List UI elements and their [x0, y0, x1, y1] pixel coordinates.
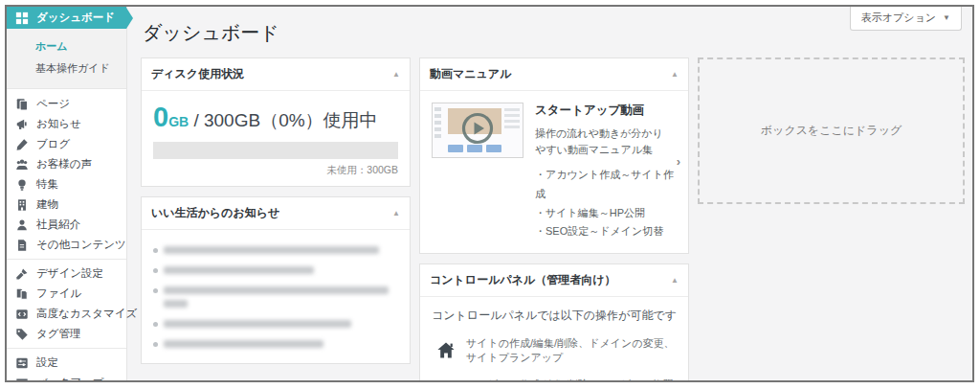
sidebar-subitem-home[interactable]: ホーム [7, 35, 126, 57]
files-icon [15, 287, 29, 301]
control-panel-site-text: サイトの作成/編集/削除、ドメインの変更、サイトプランアップ [466, 336, 677, 365]
admin-window: ダッシュボード ホーム 基本操作ガイド ページ お知らせ ブログ お客様の声 [5, 5, 974, 382]
display-options-button[interactable]: 表示オプション ▼ [850, 7, 962, 31]
video-bullet-list: ・アカウント作成～サイト作成 ・サイト編集～HP公開 ・SEO設定～ドメイン切替 [535, 166, 679, 241]
bullet-icon [153, 288, 158, 293]
lightbulb-icon [15, 178, 29, 192]
sidebar-item-design-settings[interactable]: デザイン設定 [7, 263, 126, 284]
page-title: ダッシュボード [143, 20, 965, 46]
sidebar: ダッシュボード ホーム 基本操作ガイド ページ お知らせ ブログ お客様の声 [7, 7, 127, 380]
disk-usage-card-title: ディスク使用状況 [151, 66, 244, 82]
dashboard-submenu: ホーム 基本操作ガイド [7, 29, 126, 89]
dashboard-grid-icon [15, 11, 29, 25]
news-item-redacted[interactable] [153, 286, 398, 308]
pencil-icon [15, 138, 29, 151]
news-item-redacted[interactable] [153, 340, 398, 348]
video-manual-card-title: 動画マニュアル [430, 66, 511, 82]
sidebar-divider [7, 259, 126, 260]
control-panel-user-row: ユーザーの作成/編集/削除、ユーザーの権限変更（プレミアムプラン） [436, 378, 677, 382]
sidebar-item-tag-management[interactable]: タグ管理 [7, 324, 126, 344]
news-card-title: いい生活からのお知らせ [151, 205, 279, 221]
sidebar-item-testimonials[interactable]: お客様の声 [7, 154, 126, 174]
sidebar-item-backup[interactable]: バックアップ [7, 373, 126, 382]
bullet-icon [153, 248, 158, 253]
disk-usage-card: ディスク使用状況 ▲ 0GB / 300GB（0%）使用中 未使用：300GB [141, 57, 411, 187]
disk-usage-value: 0GB / 300GB（0%）使用中 [153, 102, 398, 133]
news-item-redacted[interactable] [153, 266, 398, 274]
sidebar-item-files[interactable]: ファイル [7, 284, 126, 304]
document-icon [15, 239, 29, 252]
person-icon [15, 218, 29, 232]
main-content: 表示オプション ▼ ダッシュボード ディスク使用状況 ▲ 0GB / 300GB… [127, 7, 972, 380]
sidebar-item-buildings[interactable]: 建物 [7, 194, 126, 215]
sidebar-item-settings[interactable]: 設定 [7, 353, 126, 373]
collapse-toggle-icon[interactable]: ▲ [392, 70, 400, 79]
video-bullet-item[interactable]: ・SEO設定～ドメイン切替 [535, 222, 679, 241]
control-panel-card-title: コントロールパネル（管理者向け） [430, 272, 616, 288]
bullet-icon [153, 268, 158, 273]
video-heading: スタートアップ動画 [535, 103, 679, 119]
people-icon [15, 158, 29, 172]
sidebar-subitem-basic-guide[interactable]: 基本操作ガイド [7, 57, 126, 80]
sidebar-item-features[interactable]: 特集 [7, 174, 126, 194]
megaphone-icon [15, 118, 29, 131]
collapse-toggle-icon[interactable]: ▲ [671, 276, 679, 285]
sliders-icon [15, 356, 29, 370]
news-card: いい生活からのお知らせ ▲ [141, 196, 411, 364]
code-icon [15, 308, 29, 321]
sidebar-item-pages[interactable]: ページ [7, 94, 126, 114]
chevron-right-icon[interactable]: › [677, 154, 680, 169]
play-button-icon[interactable] [461, 112, 494, 149]
video-bullet-item[interactable]: ・サイト編集～HP公開 [535, 204, 679, 223]
brush-icon [15, 267, 29, 281]
tag-icon [15, 328, 29, 341]
home-icon [436, 341, 456, 360]
control-panel-site-row: サイトの作成/編集/削除、ドメインの変更、サイトプランアップ [436, 336, 677, 365]
collapse-toggle-icon[interactable]: ▲ [671, 70, 679, 79]
video-manual-card: 動画マニュアル ▲ [419, 57, 689, 254]
sidebar-item-notices[interactable]: お知らせ [7, 114, 126, 134]
widget-drop-zone[interactable]: ボックスをここにドラッグ [698, 57, 965, 204]
archive-icon [15, 377, 29, 383]
video-thumbnail[interactable] [432, 103, 523, 158]
chevron-down-icon: ▼ [943, 13, 950, 22]
disk-unused-label: 未使用：300GB [153, 164, 398, 177]
video-bullet-item[interactable]: ・アカウント作成～サイト作成 [535, 166, 679, 204]
sidebar-menu-list: ページ お知らせ ブログ お客様の声 特集 建物 [7, 89, 126, 382]
thumbnail-panel-decor [504, 108, 520, 131]
video-description: 操作の流れや動きが分かりやすい動画マニュアル集 [535, 126, 679, 158]
control-panel-user-text: ユーザーの作成/編集/削除、ユーザーの権限変更（プレミアムプラン） [466, 378, 677, 382]
collapse-toggle-icon[interactable]: ▲ [392, 209, 400, 217]
sidebar-item-other-contents[interactable]: その他コンテンツ [7, 235, 126, 255]
bullet-icon [153, 322, 158, 327]
sidebar-item-label: ダッシュボード [36, 11, 115, 25]
sidebar-item-staff[interactable]: 社員紹介 [7, 215, 126, 235]
pages-icon [15, 98, 29, 111]
building-icon [15, 198, 29, 212]
news-item-redacted[interactable] [153, 320, 398, 328]
bullet-icon [153, 342, 158, 347]
control-panel-card: コントロールパネル（管理者向け） ▲ コントロールパネルでは以下の操作が可能です… [419, 263, 689, 382]
disk-usage-progressbar [153, 142, 398, 159]
news-item-redacted[interactable] [153, 246, 398, 254]
thumbnail-sidebar-decor [434, 107, 444, 141]
sidebar-item-blog[interactable]: ブログ [7, 134, 126, 154]
sidebar-divider [7, 348, 126, 349]
sidebar-item-dashboard[interactable]: ダッシュボード [7, 7, 126, 29]
drop-zone-label: ボックスをここにドラッグ [761, 123, 902, 139]
sidebar-item-advanced-customize[interactable]: 高度なカスタマイズ [7, 304, 126, 324]
control-panel-intro: コントロールパネルでは以下の操作が可能です [432, 308, 677, 324]
display-options-label: 表示オプション [861, 11, 936, 25]
